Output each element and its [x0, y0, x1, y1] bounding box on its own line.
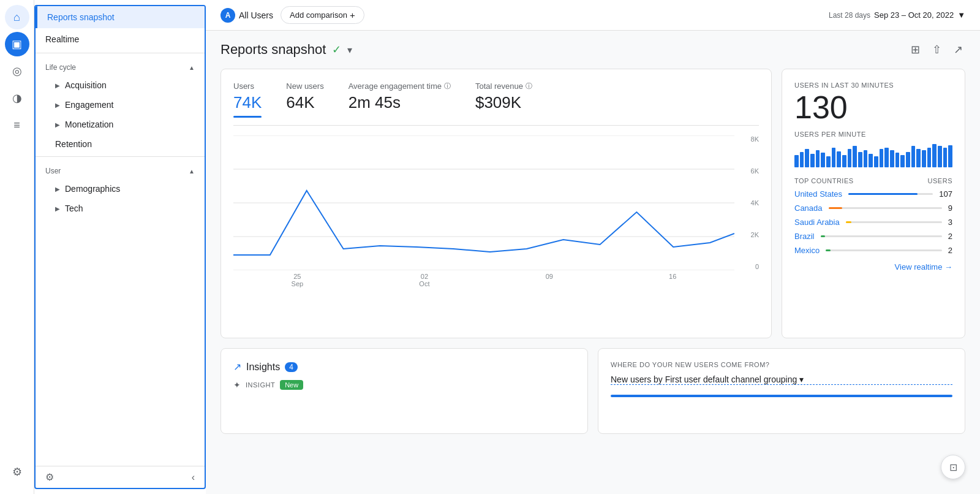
- sidebar-item-demographics[interactable]: ▶ Demographics: [36, 179, 205, 199]
- home-nav-item[interactable]: ⌂: [5, 5, 29, 29]
- metric-engagement-value: 2m 45s: [349, 93, 451, 112]
- engagement-label: Engagement: [65, 100, 113, 110]
- feedback-icon: ⊡: [949, 462, 957, 473]
- y-label-6k: 6K: [739, 167, 759, 175]
- date-range-selector[interactable]: Last 28 days Sep 23 – Oct 20, 2022 ▼: [829, 10, 965, 20]
- insights-label: Insights: [246, 362, 280, 373]
- x-label-oct16: 16: [669, 273, 676, 287]
- country-row-sa: Saudi Arabia 3: [794, 218, 952, 227]
- main-chart-card: Users 74K New users 64K Average engageme…: [221, 69, 772, 338]
- metric-revenue[interactable]: Total revenue ⓘ $309K: [475, 82, 532, 118]
- sidebar-collapse-btn[interactable]: ‹: [192, 472, 195, 483]
- country-sa-value: 3: [948, 218, 952, 227]
- country-row-us: United States 107: [794, 189, 952, 199]
- metric-new-users-value: 64K: [286, 93, 323, 112]
- metrics-row: Users 74K New users 64K Average engageme…: [233, 82, 759, 126]
- check-icon: ✓: [332, 43, 341, 56]
- metric-users-label: Users: [233, 82, 262, 91]
- sidebar-item-monetization[interactable]: ▶ Monetization: [36, 115, 205, 134]
- mini-bar: [837, 151, 841, 167]
- country-sa-bar-container: [846, 221, 942, 223]
- view-realtime-link[interactable]: View realtime →: [794, 262, 952, 272]
- metric-new-users-label: New users: [286, 82, 323, 91]
- sidebar-item-realtime[interactable]: Realtime: [36, 28, 205, 50]
- sidebar-section-user[interactable]: User ▲: [36, 159, 205, 179]
- country-br-name[interactable]: Brazil: [794, 232, 815, 241]
- mini-bar: [884, 148, 889, 167]
- insights-badge: 4: [285, 362, 298, 372]
- sidebar-section-lifecycle-label: Life cycle: [45, 63, 76, 72]
- country-us-value: 107: [939, 189, 952, 199]
- advertising-nav-item[interactable]: ◑: [5, 86, 29, 110]
- sidebar-item-engagement[interactable]: ▶ Engagement: [36, 95, 205, 115]
- sidebar-item-reports-snapshot-label: Reports snapshot: [47, 12, 115, 22]
- page-title-dropdown-icon[interactable]: ▾: [347, 44, 352, 56]
- chart-y-labels: 8K 6K 4K 2K 0: [739, 135, 759, 270]
- date-range-value: Sep 23 – Oct 20, 2022: [874, 10, 954, 20]
- metric-users[interactable]: Users 74K: [233, 82, 262, 118]
- mini-bar: [832, 148, 836, 167]
- explore-nav-item[interactable]: ◎: [5, 59, 29, 83]
- channel-grouping-dropdown-icon: ▾: [799, 374, 804, 384]
- y-label-0: 0: [739, 263, 759, 270]
- add-comparison-button[interactable]: Add comparison +: [281, 6, 364, 24]
- country-ca-name[interactable]: Canada: [794, 203, 823, 213]
- mini-bar: [916, 149, 921, 167]
- sidebar: Reports snapshot Realtime Life cycle ▲ ▶…: [34, 5, 206, 489]
- country-mx-bar-container: [826, 249, 942, 251]
- sidebar-item-reports-snapshot[interactable]: Reports snapshot: [36, 6, 205, 28]
- mini-bar: [848, 149, 852, 167]
- country-ca-value: 9: [948, 203, 952, 213]
- trend-icon[interactable]: ↗: [951, 40, 965, 59]
- top-countries-label: TOP COUNTRIES: [794, 177, 854, 184]
- sidebar-item-acquisition[interactable]: ▶ Acquisition: [36, 75, 205, 95]
- mini-bar: [890, 150, 894, 167]
- share-icon[interactable]: ⇧: [930, 40, 944, 59]
- metric-users-value: 74K: [233, 93, 262, 112]
- country-mx-value: 2: [948, 246, 952, 255]
- sidebar-settings-icon[interactable]: ⚙: [45, 471, 54, 483]
- country-br-bar-container: [821, 235, 942, 237]
- mini-bar: [943, 148, 948, 167]
- mini-bars: [794, 143, 952, 167]
- channel-grouping-dropdown[interactable]: New users by First user default channel …: [611, 374, 952, 385]
- mini-bar: [826, 156, 831, 167]
- content-area: Users 74K New users 64K Average engageme…: [206, 64, 980, 449]
- view-realtime-label: View realtime →: [895, 262, 952, 272]
- sidebar-section-user-label: User: [45, 167, 61, 175]
- metric-new-users[interactable]: New users 64K: [286, 82, 323, 118]
- country-mx-name[interactable]: Mexico: [794, 246, 820, 255]
- sidebar-divider-1: [36, 53, 205, 53]
- country-mx-bar: [826, 249, 831, 251]
- channel-grouping-label: New users by First user default channel …: [611, 374, 797, 384]
- sidebar-divider-2: [36, 156, 205, 157]
- users-header-label: USERS: [928, 177, 952, 184]
- realtime-subtitle: USERS PER MINUTE: [794, 131, 952, 138]
- country-us-bar-container: [848, 193, 933, 195]
- monetization-label: Monetization: [65, 120, 113, 129]
- mini-bar: [922, 150, 926, 167]
- country-us-name[interactable]: United States: [794, 189, 842, 199]
- mini-bar: [911, 146, 916, 167]
- insights-card: ↗ Insights 4 ✦ INSIGHT New: [221, 348, 588, 434]
- list-nav-item[interactable]: ≡: [5, 113, 29, 137]
- sidebar-item-tech[interactable]: ▶ Tech: [36, 199, 205, 218]
- all-users-badge: A All Users: [221, 8, 273, 23]
- mini-bar: [800, 152, 804, 167]
- tech-chevron-icon: ▶: [55, 205, 60, 212]
- settings-nav-item[interactable]: ⚙: [5, 460, 29, 484]
- retention-label: Retention: [55, 139, 92, 149]
- metric-engagement[interactable]: Average engagement time ⓘ 2m 45s: [349, 82, 451, 118]
- demographics-label: Demographics: [65, 184, 120, 194]
- country-row-mx: Mexico 2: [794, 246, 952, 255]
- country-sa-name[interactable]: Saudi Arabia: [794, 218, 840, 227]
- sidebar-section-lifecycle[interactable]: Life cycle ▲: [36, 56, 205, 75]
- bottom-cards-row: ↗ Insights 4 ✦ INSIGHT New WHERE DO YOUR…: [221, 348, 965, 434]
- floating-feedback-button[interactable]: ⊡: [941, 455, 965, 479]
- realtime-card: USERS IN LAST 30 MINUTES 130 USERS PER M…: [782, 69, 965, 338]
- icon-navigation: ⌂ ▣ ◎ ◑ ≡ ⚙: [0, 0, 34, 494]
- edit-icon[interactable]: ⊞: [908, 40, 922, 59]
- add-icon: +: [350, 10, 355, 20]
- sidebar-item-retention[interactable]: Retention: [36, 134, 205, 154]
- reports-nav-item[interactable]: ▣: [5, 32, 29, 56]
